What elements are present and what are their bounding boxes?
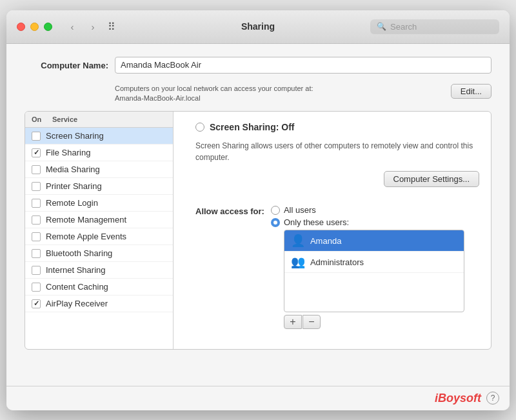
service-checkbox-0[interactable] xyxy=(32,132,41,141)
service-checkbox-8[interactable] xyxy=(32,266,41,275)
content-area: Computer Name: Computers on your local n… xyxy=(6,44,510,386)
service-name-2: Media Sharing xyxy=(46,165,100,174)
header-on: On xyxy=(32,115,52,123)
iboysoft-brand: iBoysoft xyxy=(435,392,481,405)
search-input[interactable] xyxy=(390,22,493,32)
user-icon: 👤 xyxy=(291,234,305,248)
users-list-spacer xyxy=(284,273,464,312)
title-bar: ‹ › ⠿ Sharing 🔍 xyxy=(6,10,510,44)
service-item-media-sharing[interactable]: Media Sharing xyxy=(25,161,173,178)
service-name-3: Printer Sharing xyxy=(46,181,102,191)
access-options: All users Only these users: 👤Amanda👥Admi… xyxy=(271,205,464,329)
service-name-8: Internet Sharing xyxy=(46,265,106,275)
brand-rest: Boysoft xyxy=(438,392,481,405)
service-name-1: File Sharing xyxy=(46,148,90,157)
search-icon: 🔍 xyxy=(377,22,386,31)
local-address-text: Computers on your local network can acce… xyxy=(115,84,451,104)
service-item-bluetooth-sharing[interactable]: Bluetooth Sharing xyxy=(25,245,173,262)
services-header: On Service xyxy=(25,112,173,128)
screen-sharing-header: Screen Sharing: Off xyxy=(195,122,479,132)
service-item-airplay-receiver[interactable]: ✓AirPlay Receiver xyxy=(25,295,173,312)
screen-sharing-description: Screen Sharing allows users of other com… xyxy=(195,140,479,163)
computer-name-row: Computer Name: xyxy=(25,57,491,74)
service-item-screen-sharing[interactable]: Screen Sharing xyxy=(25,128,173,145)
computer-name-label: Computer Name: xyxy=(25,57,108,70)
remove-user-button[interactable]: − xyxy=(303,315,321,329)
service-name-6: Remote Apple Events xyxy=(46,232,126,241)
screen-sharing-title: Screen Sharing: Off xyxy=(210,122,294,132)
service-item-file-sharing[interactable]: ✓File Sharing xyxy=(25,145,173,161)
only-these-users-radio-row: Only these users: xyxy=(271,217,464,227)
service-checkbox-1[interactable]: ✓ xyxy=(32,148,41,157)
service-checkbox-2[interactable] xyxy=(32,165,41,174)
service-item-content-caching[interactable]: Content Caching xyxy=(25,279,173,295)
header-service: Service xyxy=(52,115,77,123)
window-title: Sharing xyxy=(241,21,275,32)
service-checkbox-5[interactable] xyxy=(32,215,41,225)
only-these-users-radio[interactable] xyxy=(271,218,280,227)
service-name-7: Bluetooth Sharing xyxy=(46,248,112,258)
forward-button[interactable]: › xyxy=(84,18,101,35)
group-icon: 👥 xyxy=(291,255,305,269)
detail-panel: Screen Sharing: Off Screen Sharing allow… xyxy=(184,112,491,349)
service-item-remote-login[interactable]: Remote Login xyxy=(25,195,173,212)
only-these-users-label: Only these users: xyxy=(284,217,349,227)
address-line1: Computers on your local network can acce… xyxy=(115,85,313,92)
services-panel: On Service Screen Sharing✓File SharingMe… xyxy=(25,112,174,349)
window-footer: iBoysoft ? xyxy=(6,386,510,410)
service-name-0: Screen Sharing xyxy=(46,131,104,141)
address-line2: Amanda-MacBook-Air.local xyxy=(115,94,201,102)
computer-name-right xyxy=(115,57,491,74)
screen-sharing-radio[interactable] xyxy=(195,123,204,132)
service-name-5: Remote Management xyxy=(46,215,126,225)
service-checkbox-4[interactable] xyxy=(32,199,41,208)
all-users-label: All users xyxy=(284,205,316,215)
computer-settings-button[interactable]: Computer Settings... xyxy=(384,171,480,187)
user-name-1: Administrators xyxy=(310,257,364,267)
user-row-0[interactable]: 👤Amanda xyxy=(284,230,464,252)
service-checkbox-7[interactable] xyxy=(32,249,41,258)
service-checkbox-3[interactable] xyxy=(32,182,41,191)
service-checkbox-9[interactable] xyxy=(32,283,41,292)
service-item-internet-sharing[interactable]: Internet Sharing xyxy=(25,262,173,279)
minimize-button[interactable] xyxy=(30,23,39,31)
access-row: Allow access for: All users Only these u… xyxy=(195,205,479,329)
user-row-1[interactable]: 👥Administrators xyxy=(284,252,464,273)
add-user-button[interactable]: + xyxy=(284,315,302,329)
users-list: 👤Amanda👥Administrators xyxy=(284,230,464,312)
service-item-remote-management[interactable]: Remote Management xyxy=(25,212,173,228)
user-name-0: Amanda xyxy=(310,236,341,246)
service-item-remote-apple-events[interactable]: Remote Apple Events xyxy=(25,228,173,245)
grid-button[interactable]: ⠿ xyxy=(108,21,115,33)
help-button[interactable]: ? xyxy=(486,392,499,405)
service-name-9: Content Caching xyxy=(46,282,108,292)
local-address-row: Computers on your local network can acce… xyxy=(25,84,491,104)
service-checkbox-10[interactable]: ✓ xyxy=(32,299,41,308)
close-button[interactable] xyxy=(17,23,25,31)
main-window: ‹ › ⠿ Sharing 🔍 Computer Name: Computers… xyxy=(6,10,510,410)
edit-button[interactable]: Edit... xyxy=(451,84,491,99)
main-panel: On Service Screen Sharing✓File SharingMe… xyxy=(25,111,491,350)
plus-minus-row: + − xyxy=(284,315,464,329)
back-button[interactable]: ‹ xyxy=(64,18,81,35)
service-name-4: Remote Login xyxy=(46,198,98,208)
maximize-button[interactable] xyxy=(44,23,52,31)
services-list: Screen Sharing✓File SharingMedia Sharing… xyxy=(25,128,173,312)
computer-name-input[interactable] xyxy=(115,57,491,74)
service-checkbox-6[interactable] xyxy=(32,232,41,241)
traffic-lights xyxy=(17,23,52,31)
nav-buttons: ‹ › xyxy=(64,18,101,35)
search-box[interactable]: 🔍 xyxy=(370,19,499,34)
all-users-radio[interactable] xyxy=(271,206,280,215)
all-users-radio-row: All users xyxy=(271,205,464,215)
service-name-10: AirPlay Receiver xyxy=(46,299,108,308)
service-item-printer-sharing[interactable]: Printer Sharing xyxy=(25,178,173,195)
access-label: Allow access for: xyxy=(195,205,264,216)
